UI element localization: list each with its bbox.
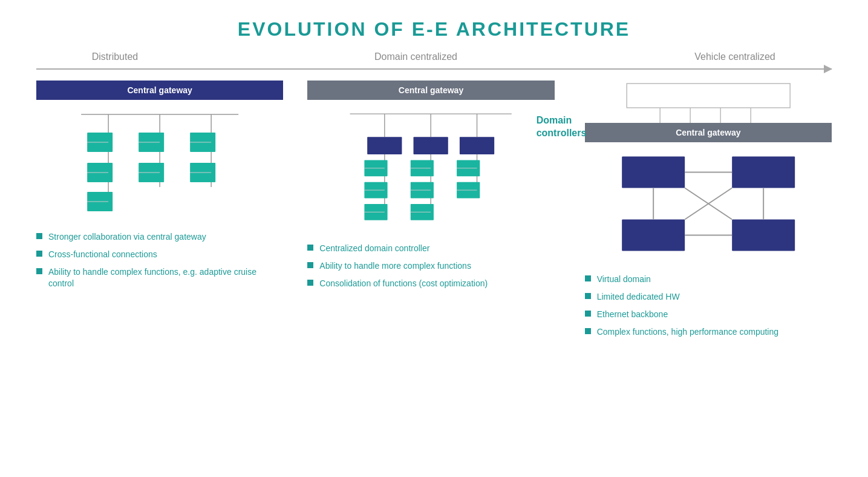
gateway-box-distributed: Central gateway (36, 81, 283, 100)
tree-vehicle (585, 145, 832, 263)
bullets-distributed: Stronger collaboration via central gatew… (36, 231, 283, 295)
svg-rect-47 (627, 84, 790, 108)
svg-rect-27 (460, 137, 494, 154)
tree-distributed (36, 102, 283, 220)
svg-rect-53 (732, 157, 795, 188)
gateway-box-domain: Central gateway (307, 81, 554, 100)
bullet-sq-v1 (585, 275, 591, 281)
svg-rect-25 (367, 137, 402, 154)
bullets-domain: Centralized domain controller Ability to… (307, 243, 554, 295)
svg-rect-55 (732, 220, 795, 251)
domain-controllers-label: Domain controllers (537, 114, 609, 140)
bullet-sq-d3 (307, 280, 313, 286)
bullet-sq-2 (36, 251, 42, 257)
column-vehicle: Central gateway (573, 81, 832, 465)
bullet-sq-d1 (307, 245, 313, 251)
bullet-domain-2: Ability to handle more complex functions (307, 260, 554, 272)
bullet-domain-3: Consolidation of functions (cost optimiz… (307, 278, 554, 289)
gateway-box-vehicle: Central gateway (585, 123, 832, 142)
label-vehicle: Vehicle centralized (638, 51, 832, 62)
bullet-sq-d2 (307, 262, 313, 268)
diagram-domain-wrapper: Domain controllers (307, 102, 554, 232)
bullet-distributed-2: Cross-functional connections (36, 249, 283, 260)
column-distributed: Central gateway (36, 81, 289, 465)
svg-rect-26 (414, 137, 448, 154)
svg-rect-54 (622, 220, 685, 251)
bullet-vehicle-2: Limited dedicated HW (585, 291, 832, 303)
bullets-vehicle: Virtual domain Limited dedicated HW Ethe… (585, 274, 832, 344)
bullet-sq-1 (36, 233, 42, 239)
diagram-distributed: Central gateway (36, 81, 283, 220)
diagram-vehicle: Central gateway (585, 81, 832, 263)
bullet-sq-v2 (585, 293, 591, 299)
bullet-domain-1: Centralized domain controller (307, 243, 554, 254)
column-domain: Central gateway (289, 81, 572, 465)
bullet-vehicle-3: Ethernet backbone (585, 309, 832, 320)
bullet-distributed-3: Ability to handle complex functions, e.g… (36, 266, 283, 289)
diagram-domain: Central gateway (307, 81, 554, 232)
label-domain: Domain centralized (194, 51, 638, 62)
bullet-sq-v4 (585, 328, 591, 334)
svg-rect-52 (622, 157, 685, 188)
page-title: EVOLUTION OF E-E ARCHITECTURE (36, 18, 832, 41)
bullet-sq-v3 (585, 311, 591, 317)
bullet-vehicle-1: Virtual domain (585, 274, 832, 285)
bullet-vehicle-4: Complex functions, high performance comp… (585, 326, 832, 338)
bullet-distributed-1: Stronger collaboration via central gatew… (36, 231, 283, 243)
label-distributed: Distributed (36, 51, 194, 62)
bullet-sq-3 (36, 268, 42, 274)
timeline-arrow (36, 68, 832, 70)
